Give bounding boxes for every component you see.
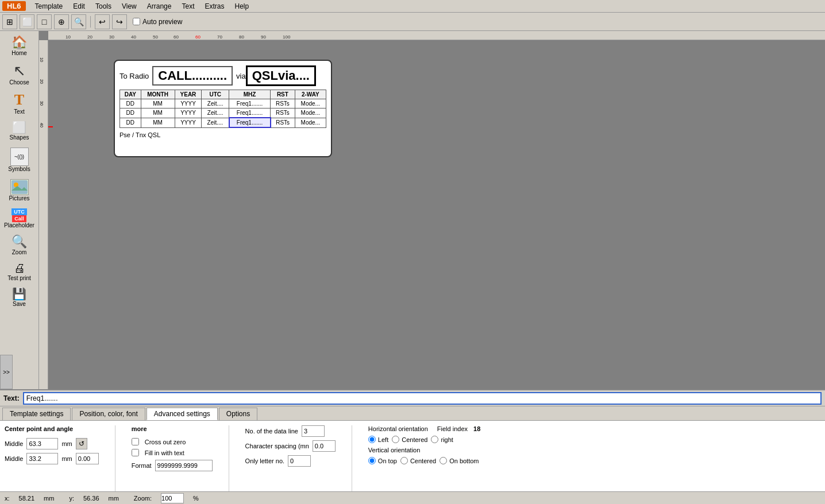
select-button[interactable]: ⬜ bbox=[20, 14, 34, 29]
v-bottom-radio[interactable] bbox=[440, 457, 447, 464]
middle2-row: Middle mm bbox=[5, 453, 99, 464]
ruler-v-tick: 30 bbox=[40, 101, 44, 106]
char-spacing-input[interactable] bbox=[313, 440, 336, 452]
status-bar: x: 58.21 mm y: 56.36 mm Zoom: % bbox=[0, 491, 825, 504]
ruler-tick: 60 bbox=[174, 34, 179, 40]
char-spacing-label: Character spacing (mn bbox=[245, 443, 309, 449]
only-letter-row: Only letter no. bbox=[245, 455, 336, 467]
col-year: YEAR bbox=[175, 90, 202, 99]
menu-extras[interactable]: Extras bbox=[200, 1, 229, 11]
x-value: 58.21 bbox=[19, 495, 35, 502]
red-marker bbox=[48, 126, 53, 127]
h-left-radio[interactable] bbox=[368, 436, 376, 443]
ruler-tick: 60 bbox=[195, 34, 201, 40]
menu-arrange[interactable]: Arrange bbox=[142, 1, 176, 11]
only-letter-input[interactable] bbox=[288, 455, 311, 467]
collapse-button[interactable]: >> bbox=[0, 355, 13, 389]
x-label: x: bbox=[5, 495, 10, 502]
col-mhz: MHZ bbox=[229, 90, 271, 99]
center-point-section: Center point and angle Middle mm ↺ Middl… bbox=[5, 425, 99, 499]
middle1-row: Middle mm ↺ bbox=[5, 438, 99, 449]
menu-help[interactable]: Help bbox=[230, 1, 254, 11]
angle-input[interactable] bbox=[76, 453, 99, 464]
sidebar-item-testprint[interactable]: 🖨 Test print bbox=[2, 259, 37, 284]
redo-button[interactable]: ↪ bbox=[112, 14, 127, 29]
h-left-option[interactable]: Left bbox=[368, 436, 388, 443]
menu-edit[interactable]: Edit bbox=[68, 1, 90, 11]
v-top-radio[interactable] bbox=[368, 457, 376, 464]
tab-advanced-settings[interactable]: Advanced settings bbox=[147, 408, 218, 420]
sidebar-item-placeholder[interactable]: UTC Call Placeholder bbox=[2, 206, 37, 231]
qsl-card[interactable]: To Radio CALL.......... via QSLvia.... D… bbox=[114, 60, 332, 157]
v-bottom-option[interactable]: On bottom bbox=[440, 457, 479, 464]
rect-button[interactable]: □ bbox=[37, 14, 52, 29]
middle2-label: Middle bbox=[5, 455, 23, 462]
col-month: MONTH bbox=[141, 90, 175, 99]
sidebar-text-label: Text bbox=[14, 108, 24, 115]
ruler-v-tick: 40 bbox=[40, 123, 44, 127]
auto-preview-label: Auto preview bbox=[142, 18, 182, 26]
text-input[interactable] bbox=[23, 392, 822, 405]
y-label: y: bbox=[69, 495, 74, 502]
text-label: Text: bbox=[3, 394, 20, 402]
h-right-option[interactable]: right bbox=[431, 436, 453, 443]
format-row: Format bbox=[132, 460, 213, 471]
menu-view[interactable]: View bbox=[117, 1, 141, 11]
card-qsl: QSLvia.... bbox=[246, 65, 316, 86]
fill-in-checkbox[interactable] bbox=[132, 449, 139, 456]
sidebar-item-pictures[interactable]: Pictures bbox=[2, 176, 37, 204]
text-icon: T bbox=[14, 92, 24, 107]
tab-position-color-font[interactable]: Position, color, font bbox=[72, 408, 145, 420]
pointer-button[interactable]: ⊕ bbox=[54, 14, 69, 29]
sidebar-item-text[interactable]: T Text bbox=[2, 90, 37, 118]
middle1-input[interactable] bbox=[26, 438, 58, 449]
table-cell: MM bbox=[141, 118, 175, 127]
menu-tools[interactable]: Tools bbox=[91, 1, 116, 11]
pictures-icon bbox=[10, 179, 29, 195]
home-icon: 🏠 bbox=[11, 36, 27, 49]
col-2way: 2-WAY bbox=[295, 90, 326, 99]
tab-template-settings[interactable]: Template settings bbox=[2, 408, 71, 420]
sidebar-item-choose[interactable]: ↖ Choose bbox=[2, 60, 37, 88]
v-top-label: On top bbox=[378, 458, 397, 464]
middle1-label: Middle bbox=[5, 440, 23, 447]
no-data-line-row: No. of the data line bbox=[245, 425, 336, 437]
middle2-input[interactable] bbox=[26, 453, 58, 464]
zoom-button[interactable]: 🔍 bbox=[71, 14, 86, 29]
canvas-area[interactable]: 10 20 30 40 50 60 60 70 80 90 100 10 20 … bbox=[39, 31, 825, 389]
rotate-button[interactable]: ↺ bbox=[76, 438, 87, 449]
h-centered-option[interactable]: Centered bbox=[392, 436, 427, 443]
x-unit: mm bbox=[44, 495, 54, 502]
auto-preview-checkbox[interactable] bbox=[133, 18, 140, 25]
v-centered-radio[interactable] bbox=[400, 457, 408, 464]
undo-button[interactable]: ↩ bbox=[95, 14, 110, 29]
v-top-option[interactable]: On top bbox=[368, 457, 397, 464]
format-input[interactable] bbox=[155, 460, 213, 471]
ruler-vertical: 10 20 30 40 bbox=[39, 40, 48, 389]
sidebar-item-save[interactable]: 💾 Save bbox=[2, 285, 37, 310]
sidebar-item-zoom[interactable]: 🔍 Zoom bbox=[2, 232, 37, 258]
sidebar-item-home[interactable]: 🏠 Home bbox=[2, 33, 37, 59]
ruler-tick: 100 bbox=[283, 34, 290, 40]
cross-out-checkbox[interactable] bbox=[132, 438, 139, 445]
v-centered-option[interactable]: Centered bbox=[400, 457, 436, 464]
h-right-radio[interactable] bbox=[431, 436, 438, 443]
tab-options[interactable]: Options bbox=[219, 408, 257, 420]
card-table: DAY MONTH YEAR UTC MHZ RST 2-WAY DDMMYYY… bbox=[119, 90, 326, 128]
table-cell: Freq1....... bbox=[229, 99, 271, 108]
grid-button[interactable]: ⊞ bbox=[2, 14, 17, 29]
zoom-input[interactable] bbox=[161, 493, 184, 503]
card-to-radio: To Radio bbox=[119, 72, 149, 80]
sidebar-item-shapes[interactable]: ⬜ Shapes bbox=[2, 119, 37, 144]
card-footer: Pse / Tnx QSL bbox=[119, 131, 326, 138]
menu-text[interactable]: Text bbox=[177, 1, 199, 11]
divider-3 bbox=[352, 425, 352, 499]
ruler-tick: 20 bbox=[87, 34, 92, 40]
menu-template[interactable]: Template bbox=[30, 1, 68, 11]
table-cell: DD bbox=[120, 99, 141, 108]
table-cell: Mode... bbox=[295, 118, 326, 127]
table-cell: DD bbox=[120, 108, 141, 118]
sidebar-item-symbols[interactable]: ~(()) Symbols bbox=[2, 145, 37, 175]
h-centered-radio[interactable] bbox=[392, 436, 399, 443]
no-data-line-input[interactable] bbox=[302, 425, 325, 437]
